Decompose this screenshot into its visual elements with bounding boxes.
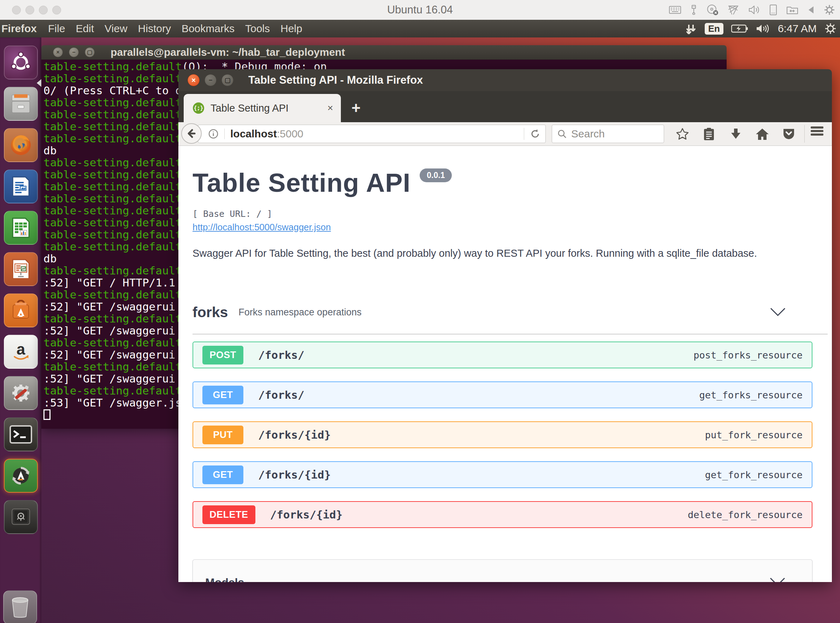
safe-icon: [11, 508, 31, 526]
operation-id: post_forks_resource: [693, 350, 803, 361]
base-url: [ Base URL: / ]: [192, 209, 272, 219]
keyboard-layout-indicator[interactable]: En: [705, 23, 723, 35]
divider: [224, 129, 225, 139]
close-icon[interactable]: ×: [53, 47, 63, 57]
shared-folder-icon[interactable]: [786, 5, 798, 15]
maximize-icon[interactable]: ▢: [221, 74, 233, 86]
menu-file[interactable]: File: [48, 23, 65, 35]
launcher-item-software-updater[interactable]: [4, 459, 38, 493]
menu-bookmarks[interactable]: Bookmarks: [181, 23, 235, 35]
site-info-icon[interactable]: [208, 129, 219, 139]
firefox-titlebar[interactable]: × − ▢ Table Setting API - Mozilla Firefo…: [178, 69, 832, 91]
parallels-menu-bar: Ubuntu 16.04: [0, 0, 840, 20]
endpoint-post-forks[interactable]: POST /forks/ post_forks_resource: [192, 342, 812, 368]
launcher-item-files[interactable]: [4, 87, 38, 121]
sync-arrows-icon[interactable]: [685, 23, 697, 35]
session-gear-icon[interactable]: [825, 23, 837, 35]
endpoint-path: /forks/{id}: [258, 428, 331, 441]
keyboard-icon[interactable]: [669, 5, 681, 14]
version-badge: 0.0.1: [420, 169, 452, 182]
launcher-item-firefox[interactable]: [4, 128, 38, 162]
navigation-toolbar: localhost:5000 Search: [178, 122, 832, 146]
launcher-item-libreoffice-calc[interactable]: [4, 211, 38, 245]
menu-tools[interactable]: Tools: [245, 23, 270, 35]
method-badge: PUT: [203, 425, 243, 444]
cd-icon[interactable]: [706, 4, 719, 15]
operation-id: put_fork_resource: [705, 430, 803, 440]
launcher-item-amazon[interactable]: a: [4, 335, 38, 369]
api-title-row: Table Setting API 0.0.1: [192, 168, 452, 198]
search-input[interactable]: Search: [552, 125, 664, 143]
gear-icon[interactable]: [824, 4, 835, 15]
close-icon[interactable]: ×: [187, 74, 200, 86]
divider: [192, 334, 828, 335]
pocket-icon[interactable]: [781, 126, 797, 142]
launcher-item-trash[interactable]: [3, 591, 37, 623]
menu-history[interactable]: History: [138, 23, 171, 35]
section-description: Forks namespace operations: [238, 307, 361, 318]
ubuntu-menu-bar: Firefox File Edit View History Bookmarks…: [0, 20, 840, 37]
models-section[interactable]: Models: [192, 559, 812, 582]
endpoint-delete-fork[interactable]: DELETE /forks/{id} delete_fork_resource: [192, 501, 812, 528]
impress-presentation-icon: [11, 258, 31, 280]
launcher-item-terminal[interactable]: [4, 417, 38, 451]
back-button[interactable]: [181, 123, 202, 144]
url-bar[interactable]: localhost:5000: [198, 125, 546, 143]
menu-hamburger-icon[interactable]: [811, 125, 823, 141]
tab-bar: {;} Table Setting API × +: [178, 91, 832, 122]
network-icon[interactable]: [728, 5, 739, 15]
new-tab-button[interactable]: +: [352, 100, 361, 116]
endpoint-put-fork[interactable]: PUT /forks/{id} put_fork_resource: [192, 421, 812, 448]
software-bag-icon: [10, 300, 31, 321]
volume-indicator-icon[interactable]: [756, 23, 770, 34]
menu-view[interactable]: View: [104, 23, 127, 35]
divider: [804, 125, 805, 143]
endpoint-path: /forks/{id}: [258, 468, 331, 481]
chevron-down-icon[interactable]: [770, 307, 786, 318]
menu-help[interactable]: Help: [281, 23, 303, 35]
play-icon[interactable]: [808, 6, 815, 14]
software-updater-icon: [10, 465, 32, 487]
launcher-item-ubuntu-software[interactable]: [4, 293, 38, 327]
terminal-titlebar[interactable]: × − ▢ parallels@parallels-vm: ~/hab_tar_…: [41, 45, 726, 60]
downloads-icon[interactable]: [728, 126, 743, 142]
menu-edit[interactable]: Edit: [75, 23, 94, 35]
reload-icon[interactable]: [530, 129, 541, 139]
models-label: Models: [205, 576, 244, 582]
home-icon[interactable]: [754, 126, 770, 142]
tab-close-icon[interactable]: ×: [327, 103, 333, 114]
endpoint-get-forks[interactable]: GET /forks/ get_forks_resource: [192, 381, 812, 408]
launcher-item-libreoffice-impress[interactable]: [4, 252, 38, 286]
tab-title: Table Setting API: [210, 103, 289, 114]
tab-table-setting-api[interactable]: {;} Table Setting API ×: [184, 94, 341, 122]
url-host: localhost: [230, 128, 277, 140]
usb-icon[interactable]: [690, 5, 697, 15]
endpoint-path: /forks/{id}: [270, 508, 342, 521]
chevron-down-icon[interactable]: [769, 577, 786, 582]
bookmarks-list-icon[interactable]: [701, 126, 717, 142]
launcher-item-dash-home[interactable]: [4, 46, 38, 80]
svg-text:a: a: [16, 341, 25, 358]
maximize-icon[interactable]: ▢: [85, 47, 95, 57]
launcher-item-passwords-safe[interactable]: [4, 500, 38, 534]
method-badge: GET: [203, 386, 243, 404]
battery-icon[interactable]: [731, 24, 748, 34]
bookmark-star-icon[interactable]: [675, 126, 690, 142]
launcher-item-system-settings[interactable]: [4, 376, 38, 410]
terminal-title: parallels@parallels-vm: ~/hab_tar_deploy…: [111, 46, 345, 58]
url-port: :5000: [277, 128, 303, 140]
volume-icon[interactable]: [748, 5, 760, 15]
window-title: Table Setting API - Mozilla Firefox: [248, 74, 423, 86]
search-icon: [557, 129, 567, 139]
swagger-json-link[interactable]: http://localhost:5000/swagger.json: [192, 222, 331, 233]
minimize-icon[interactable]: −: [69, 47, 79, 57]
launcher-item-libreoffice-writer[interactable]: [4, 170, 38, 203]
clock[interactable]: 6:47 AM: [778, 23, 817, 35]
calc-spreadsheet-icon: [11, 217, 31, 239]
minimize-icon[interactable]: −: [204, 74, 217, 86]
divider: [524, 128, 524, 140]
file-cabinet-icon: [10, 94, 32, 114]
device-icon[interactable]: [769, 4, 777, 15]
endpoint-get-fork[interactable]: GET /forks/{id} get_fork_resource: [192, 461, 812, 488]
forks-section-header[interactable]: forks Forks namespace operations: [192, 304, 812, 321]
